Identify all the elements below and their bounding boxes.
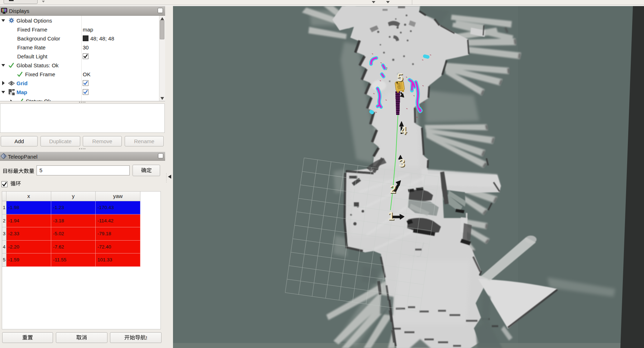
svg-text:1: 1: [388, 210, 394, 222]
svg-text:5: 5: [397, 71, 403, 84]
svg-text:4: 4: [400, 124, 407, 137]
svg-text:3: 3: [399, 157, 405, 169]
svg-text:2: 2: [390, 183, 396, 195]
